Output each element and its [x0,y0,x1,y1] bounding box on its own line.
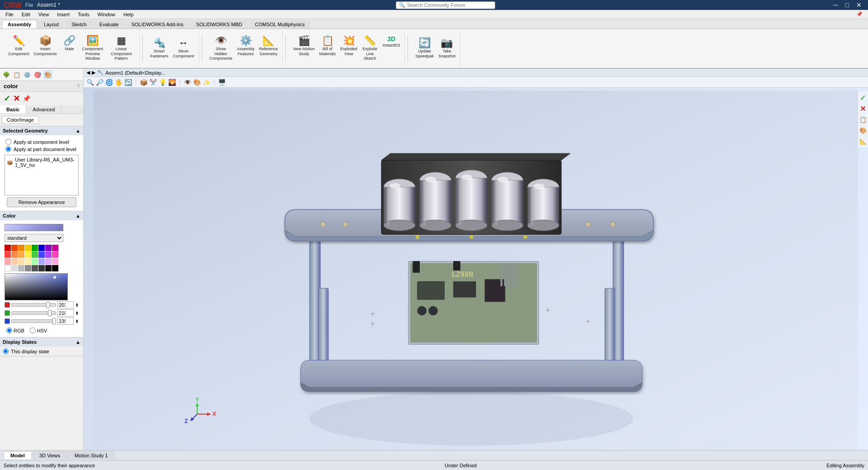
swatch-20[interactable] [32,258,38,265]
view-pan-icon[interactable]: 🖐️ [115,79,123,86]
green-spinner[interactable]: ⬆ [75,311,79,316]
swatch-29[interactable] [38,265,45,271]
config-manager-button[interactable]: ⚙️ [23,70,32,79]
swatch-13[interactable] [38,252,45,258]
linear-pattern-button[interactable]: ▦ Linear ComponentPattern [106,35,137,62]
assembly-features-button[interactable]: ⚙️ AssemblyFeatures [235,35,256,62]
swatch-28[interactable] [32,265,38,271]
property-manager-button[interactable]: 📋 [12,70,21,79]
swatch-7[interactable] [52,245,58,251]
tab-evaluate[interactable]: Evaluate [94,20,125,28]
menu-tools[interactable]: Tools [74,11,93,18]
new-motion-study-button[interactable]: 🎬 New MotionStudy [291,35,317,62]
this-display-state-radio[interactable] [3,348,9,354]
red-value-input[interactable] [57,301,74,309]
view-realview-icon[interactable]: ✨ [203,79,210,86]
swatch-11[interactable] [25,252,31,258]
right-panel-btn-1[interactable]: ✓ [859,93,868,102]
apply-part-radio[interactable]: Apply at part document level [5,146,78,152]
right-panel-btn-2[interactable]: ✕ [859,104,868,113]
tab-comsol[interactable]: COMSOL Multiphysics [249,20,310,28]
reference-geometry-button[interactable]: 📐 ReferenceGeometry [257,35,280,62]
blue-value-input[interactable] [57,318,74,325]
tab-model[interactable]: Model [4,451,32,459]
display-states-header[interactable]: Display States ▲ [0,337,83,347]
green-slider-thumb[interactable] [48,310,52,316]
view-rotate-icon[interactable]: 🌀 [105,79,113,86]
minimize-button[interactable]: ─ [831,1,841,9]
swatch-14[interactable] [45,252,52,258]
right-panel-btn-5[interactable]: 📐 [859,137,868,146]
swatch-1[interactable] [11,245,18,251]
close-button[interactable]: ✕ [854,1,864,9]
selected-geometry-header[interactable]: Selected Geometry ▲ [0,126,83,135]
color-scheme-select[interactable]: standard flat metallic glass [5,234,63,242]
bill-of-materials-button[interactable]: 📋 Bill ofMaterials [318,35,338,62]
view-hide-icon[interactable]: 👁️ [184,79,191,86]
menu-edit[interactable]: Edit [18,11,34,18]
tab-3dviews[interactable]: 3D Views [33,451,67,459]
appearance-button[interactable]: 🎨 [43,70,52,79]
hsv-option[interactable]: HSV [30,328,47,333]
take-snapshot-button[interactable]: 📷 TakeSnapshot [436,37,457,60]
swatch-18[interactable] [18,258,24,265]
swatch-9[interactable] [11,252,18,258]
menu-window[interactable]: Window [94,11,119,18]
tab-mbd[interactable]: SOLIDWORKS MBD [190,20,248,28]
tree-nav-forward[interactable]: ▶ [92,70,95,76]
menu-file[interactable]: File [2,11,17,18]
red-slider-track[interactable] [11,303,56,307]
swatch-17[interactable] [11,258,18,265]
swatch-15[interactable] [52,252,58,258]
rgb-option[interactable]: RGB [6,328,24,333]
apply-part-input[interactable] [5,146,11,152]
color-gradient-picker[interactable] [5,273,68,300]
component-preview-button[interactable]: 🖼️ ComponentPreviewWindow [81,35,105,62]
menu-help[interactable]: Help [120,11,138,18]
insert-components-button[interactable]: 📦 InsertComponents [32,35,59,62]
swatch-2[interactable] [18,245,24,251]
swatch-19[interactable] [25,258,31,265]
tab-basic[interactable]: Basic [0,105,26,114]
help-icon[interactable]: ? [77,84,80,89]
swatch-10[interactable] [18,252,24,258]
view-monitor-icon[interactable]: 🖥️ [218,79,226,86]
viewport[interactable]: ◀ ▶ 🔧 Assem1 (Default<Display... 🔍 🔎 🌀 🖐… [84,69,868,450]
swatch-8[interactable] [5,252,11,258]
remove-appearance-button[interactable]: Remove Appearance [7,197,77,207]
search-bar[interactable]: 🔍 [396,1,495,9]
swatch-16[interactable] [5,258,11,265]
view-orient-icon[interactable]: 🔍 [86,79,94,86]
blue-slider-thumb[interactable] [52,318,56,324]
hsv-radio[interactable] [30,328,36,333]
swatch-21[interactable] [38,258,45,265]
tab-addins[interactable]: SOLIDWORKS Add-Ins [125,20,189,28]
show-hidden-button[interactable]: 👁️ ShowHiddenComponents [208,35,234,62]
swatch-30[interactable] [45,265,52,271]
swatch-31[interactable] [52,265,58,271]
apply-component-input[interactable] [5,139,11,145]
view-scene-icon[interactable]: 🌄 [168,79,176,86]
color-section-header[interactable]: Color ▲ [0,211,83,220]
swatch-5[interactable] [38,245,45,251]
swatch-22[interactable] [45,258,52,265]
menu-view[interactable]: View [35,11,53,18]
search-input[interactable] [407,2,479,8]
accept-button[interactable]: ✓ [4,94,10,104]
geom-list-item[interactable]: 📦 User Library-R6_AA_UM3-1_5V_ho [6,156,77,169]
tree-nav-back[interactable]: ◀ [86,70,90,76]
pin-icon[interactable]: 📌 [853,10,866,18]
tab-motion-study-1[interactable]: Motion Study 1 [68,451,114,459]
view-section-icon[interactable]: ✂️ [149,79,157,86]
this-display-state-option[interactable]: This display state [3,348,81,354]
tab-advanced[interactable]: Advanced [26,105,62,114]
swatch-24[interactable] [5,265,11,271]
view-appearance-icon[interactable]: 🎨 [193,79,201,86]
edit-component-button[interactable]: ✏️ EditComponent [6,35,31,62]
right-panel-btn-3[interactable]: 📋 [859,115,868,124]
mate-button[interactable]: 🔗 Mate [60,35,80,62]
cam-button[interactable]: 🎯 [33,70,42,79]
tab-layout[interactable]: Layout [38,20,65,28]
maximize-button[interactable]: □ [843,1,852,9]
smart-fasteners-button[interactable]: 🔩 SmartFasteners [148,37,170,60]
